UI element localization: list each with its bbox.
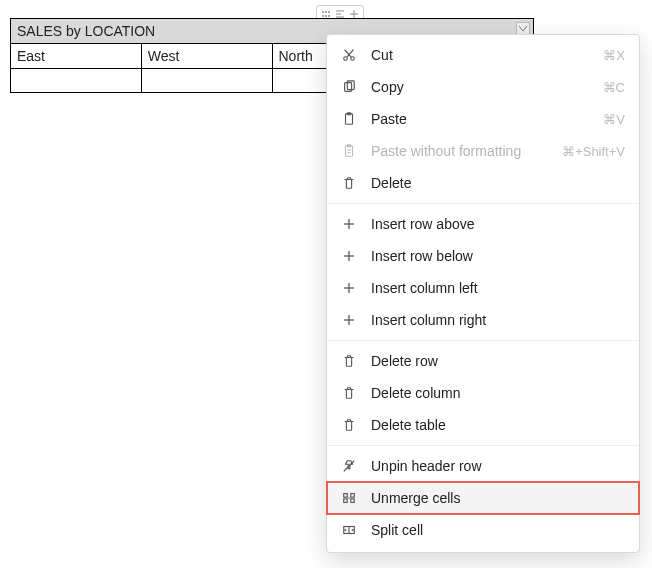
menu-paste-without-formatting: Paste without formatting ⌘+Shift+V <box>327 135 639 167</box>
menu-unmerge-cells[interactable]: Unmerge cells <box>327 482 639 514</box>
cell[interactable] <box>141 69 272 93</box>
context-menu: Cut ⌘X Copy ⌘C Paste ⌘V Paste without fo… <box>326 34 640 553</box>
plus-icon <box>341 312 357 328</box>
plus-icon <box>341 216 357 232</box>
svg-rect-32 <box>344 499 348 503</box>
trash-icon <box>341 353 357 369</box>
table-title: SALES by LOCATION <box>17 23 155 39</box>
menu-delete-table[interactable]: Delete table <box>327 409 639 441</box>
menu-label: Delete <box>371 175 625 191</box>
svg-rect-30 <box>344 494 348 498</box>
unmerge-icon <box>341 490 357 506</box>
menu-separator <box>327 203 639 204</box>
trash-icon <box>341 417 357 433</box>
shortcut: ⌘C <box>603 80 625 95</box>
menu-label: Paste without formatting <box>371 143 548 159</box>
scissors-icon <box>341 47 357 63</box>
menu-label: Copy <box>371 79 589 95</box>
shortcut: ⌘V <box>603 112 625 127</box>
plus-icon <box>341 280 357 296</box>
svg-point-4 <box>325 15 327 17</box>
menu-delete-row[interactable]: Delete row <box>327 345 639 377</box>
shortcut: ⌘X <box>603 48 625 63</box>
chevron-down-icon <box>519 26 527 32</box>
menu-delete-column[interactable]: Delete column <box>327 377 639 409</box>
split-cell-icon <box>341 522 357 538</box>
menu-insert-row-below[interactable]: Insert row below <box>327 240 639 272</box>
menu-label: Split cell <box>371 522 625 538</box>
menu-delete[interactable]: Delete <box>327 167 639 199</box>
clipboard-plain-icon <box>341 143 357 159</box>
copy-icon <box>341 79 357 95</box>
menu-label: Unmerge cells <box>371 490 625 506</box>
svg-point-11 <box>344 57 348 61</box>
menu-insert-column-right[interactable]: Insert column right <box>327 304 639 336</box>
menu-unpin-header-row[interactable]: Unpin header row <box>327 450 639 482</box>
unpin-icon <box>341 458 357 474</box>
menu-split-cell[interactable]: Split cell <box>327 514 639 546</box>
menu-insert-row-above[interactable]: Insert row above <box>327 208 639 240</box>
menu-cut[interactable]: Cut ⌘X <box>327 39 639 71</box>
svg-rect-17 <box>346 146 353 157</box>
menu-label: Delete row <box>371 353 625 369</box>
svg-rect-33 <box>351 499 355 503</box>
clipboard-icon <box>341 111 357 127</box>
svg-point-12 <box>351 57 355 61</box>
menu-label: Unpin header row <box>371 458 625 474</box>
svg-point-0 <box>322 11 324 13</box>
menu-copy[interactable]: Copy ⌘C <box>327 71 639 103</box>
cell[interactable] <box>11 69 142 93</box>
menu-label: Insert column right <box>371 312 625 328</box>
menu-separator <box>327 340 639 341</box>
plus-icon <box>341 248 357 264</box>
menu-label: Delete column <box>371 385 625 401</box>
menu-label: Paste <box>371 111 589 127</box>
shortcut: ⌘+Shift+V <box>562 144 625 159</box>
menu-label: Insert column left <box>371 280 625 296</box>
menu-label: Insert row above <box>371 216 625 232</box>
trash-icon <box>341 385 357 401</box>
svg-point-3 <box>322 15 324 17</box>
svg-line-29 <box>344 461 355 472</box>
menu-label: Delete table <box>371 417 625 433</box>
menu-label: Insert row below <box>371 248 625 264</box>
svg-point-5 <box>328 15 330 17</box>
svg-point-1 <box>325 11 327 13</box>
column-header-east[interactable]: East <box>11 44 142 69</box>
trash-icon <box>341 175 357 191</box>
svg-rect-31 <box>351 494 355 498</box>
column-header-west[interactable]: West <box>141 44 272 69</box>
menu-label: Cut <box>371 47 589 63</box>
svg-rect-15 <box>346 114 353 125</box>
menu-insert-column-left[interactable]: Insert column left <box>327 272 639 304</box>
menu-separator <box>327 445 639 446</box>
menu-paste[interactable]: Paste ⌘V <box>327 103 639 135</box>
svg-point-2 <box>328 11 330 13</box>
